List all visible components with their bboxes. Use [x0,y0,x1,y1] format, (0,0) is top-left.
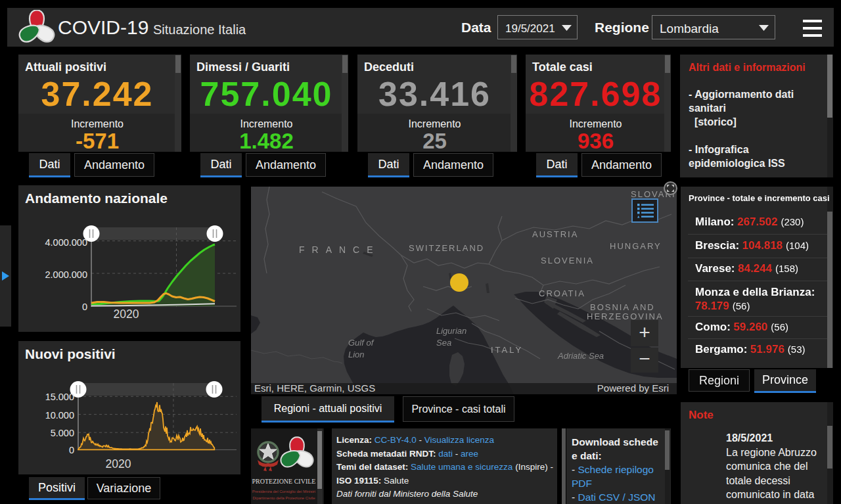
svg-text:2020: 2020 [114,308,139,321]
svg-text:ITALY: ITALY [491,345,523,355]
svg-text:4.000.000: 4.000.000 [45,237,87,248]
svg-text:Powered by Esri: Powered by Esri [597,382,669,394]
svg-text:Ligurian: Ligurian [436,326,466,336]
svg-text:0: 0 [69,445,74,455]
svg-text:PROTEZIONE CIVILE: PROTEZIONE CIVILE [252,478,316,485]
svg-text:CROATIA: CROATIA [539,288,585,298]
svg-text:Dipartimento della Protezione: Dipartimento della Protezione Civile [252,496,315,500]
svg-text:Gulf of: Gulf of [348,338,375,348]
svg-text:FRANCE: FRANCE [299,244,380,255]
svg-text:BOSNIA AND: BOSNIA AND [590,302,655,312]
svg-text:5.000: 5.000 [51,428,74,438]
svg-text:Lion: Lion [348,350,365,359]
svg-text:Sea: Sea [436,338,451,348]
svg-text:15.000: 15.000 [45,392,74,402]
svg-text:Esri, HERE, Garmin, USGS: Esri, HERE, Garmin, USGS [254,382,375,394]
svg-text:Presidenza del Consiglio dei M: Presidenza del Consiglio dei Ministri [252,490,315,493]
svg-text:10.000: 10.000 [45,410,74,421]
svg-text:SLOVENIA: SLOVENIA [541,256,594,265]
svg-text:2.000.000: 2.000.000 [45,269,87,280]
svg-text:2020: 2020 [106,457,131,470]
svg-text:Adriatic Sea: Adriatic Sea [557,351,604,361]
svg-text:HUNGARY: HUNGARY [610,241,662,251]
svg-text:0: 0 [82,302,87,312]
svg-text:AUSTRIA: AUSTRIA [532,229,578,239]
svg-text:SWITZERLAND: SWITZERLAND [409,243,484,253]
